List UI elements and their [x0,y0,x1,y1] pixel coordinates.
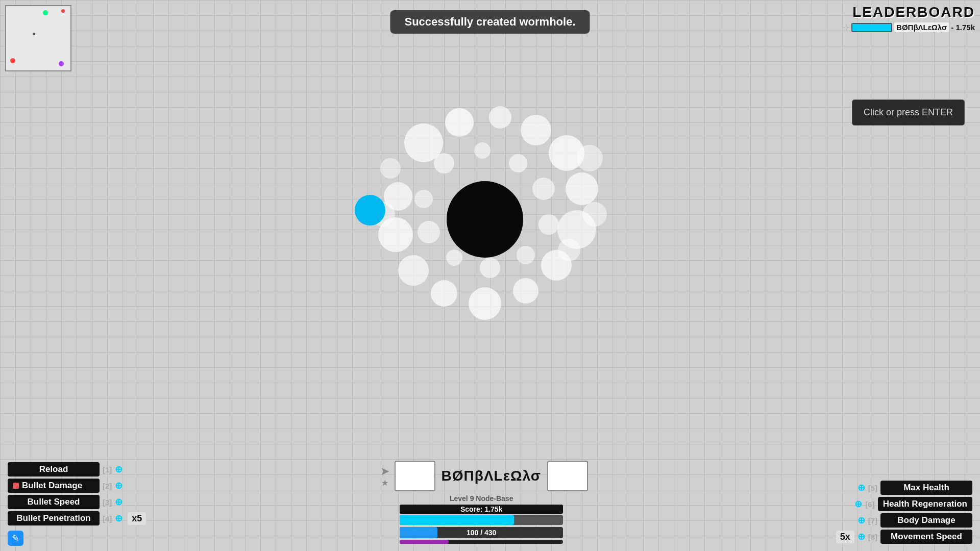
stat-label-bullet-damage: Bullet Damage [8,479,100,493]
stats-left-panel: Reload [1] ⊕ Bullet Damage [2] ⊕ Bullet … [0,462,146,546]
health-bar-text: 100 / 430 [467,529,496,537]
svg-point-24 [576,145,603,171]
enter-prompt-button[interactable]: Click or press ENTER [852,99,965,126]
svg-point-2 [489,106,511,129]
svg-point-1 [445,108,474,137]
stat-label-max-health: Max Health [880,481,972,495]
minimap-dot [10,58,15,63]
leaderboard-panel: LEADERBOARD ⊹ BØΠβΛLεΩλσ - 1.75k [843,4,975,32]
stat-row-bullet-speed: Bullet Speed [3] ⊕ [8,495,146,509]
svg-point-16 [509,154,527,172]
score-bar-label: Score: 1.75k [400,505,563,514]
stat-row-health-regen: ⊕ [6] Health Regeneration [817,497,972,511]
svg-point-5 [566,172,598,205]
stat-row-bullet-pen: Bullet Penetration [4] ⊕ x5 [8,511,146,525]
health-bar-fill [400,527,437,538]
stat-bracket-move-speed: [8] [868,533,877,541]
edit-icon-button[interactable]: ✎ [8,531,23,546]
stat-label-move-speed: Movement Speed [880,530,972,544]
score-bar-fill [400,515,514,525]
svg-point-27 [380,158,401,179]
stat-plus-max-health[interactable]: ⊕ [857,482,865,493]
svg-point-11 [398,255,429,286]
leaderboard-player-name: BØΠβΛLεΩλσ [894,22,949,32]
stat-label-reload: Reload [8,462,100,477]
svg-point-15 [474,142,491,159]
stat-plus-reload[interactable]: ⊕ [115,464,122,475]
stats-right-panel: ⊕ [5] Max Health ⊕ [6] Health Regenerati… [817,481,980,546]
stat-label-health-regen: Health Regeneration [878,497,972,511]
svg-point-25 [582,202,607,227]
stat-plus-bullet-speed[interactable]: ⊕ [115,496,122,508]
nameplate-star-icon: ★ [381,478,388,488]
health-bar-container: 100 / 430 [400,527,563,538]
svg-point-18 [538,214,559,235]
score-bar-container: Score: 1.75k [400,505,563,525]
stat-row-bullet-damage: Bullet Damage [2] ⊕ [8,479,146,493]
svg-point-3 [521,115,551,145]
svg-point-8 [513,278,538,304]
minimap-player-dot [33,33,35,35]
stat-plus-move-speed[interactable]: ⊕ [857,531,865,542]
stat-bracket-bullet-damage: [2] [103,482,112,490]
svg-point-20 [480,258,500,278]
stat-row-move-speed: 5x ⊕ [8] Movement Speed [817,530,972,544]
player-nameplate: ➤ ★ BØΠβΛLεΩλσ [375,461,588,491]
svg-point-10 [431,280,457,307]
notification-banner: Successfully created wormhole. [390,10,590,34]
stat-row-max-health: ⊕ [5] Max Health [817,481,972,495]
center-hud: ➤ ★ BØΠβΛLεΩλσ Level 9 Node-Base Score: … [146,461,817,546]
left-multiplier-badge: x5 [128,512,146,525]
stat-plus-health-regen[interactable]: ⊕ [854,498,862,510]
extra-bar-fill [400,540,449,544]
stat-row-body-damage: ⊕ [7] Body Damage [817,513,972,528]
leaderboard-bar-fill [852,24,891,31]
bullet-damage-color-indicator [13,483,19,489]
stat-bracket-max-health: [5] [868,484,877,492]
black-hole-center [447,181,523,258]
stat-bracket-bullet-speed: [3] [103,498,112,507]
svg-point-17 [532,178,555,200]
stat-bracket-bullet-pen: [4] [103,514,112,523]
stat-bracket-body-damage: [7] [868,516,877,525]
right-multiplier-badge: 5x [836,531,854,543]
stat-bracket-health-regen: [6] [865,500,874,509]
minimap-dot [43,10,48,15]
leaderboard-player-score: - 1.75k [951,23,975,32]
notification-text: Successfully created wormhole. [404,15,575,28]
minimap-dot [61,9,65,13]
health-bar: 100 / 430 [400,527,563,538]
nameplate-icon-left: ➤ ★ [375,465,395,488]
stat-label-bullet-pen: Bullet Penetration [8,511,100,525]
nameplate-box-right [547,461,588,491]
svg-point-26 [558,239,580,261]
nameplate-box-left [395,461,435,491]
leaderboard-entry: ⊹ BØΠβΛLεΩλσ - 1.75k [843,22,975,32]
svg-point-22 [418,221,440,243]
svg-point-14 [434,153,454,173]
svg-point-21 [446,249,462,266]
stat-bracket-reload: [1] [103,465,112,474]
extra-bar [400,540,563,544]
stat-label-body-damage: Body Damage [880,513,972,528]
player-name-display: BØΠβΛLεΩλσ [439,468,543,484]
leaderboard-title: LEADERBOARD [843,4,975,20]
stat-plus-body-damage[interactable]: ⊕ [857,515,865,526]
minimap [5,5,71,71]
stat-row-reload: Reload [1] ⊕ [8,462,146,477]
leaderboard-cursor-icon: ⊹ [843,22,849,32]
enter-prompt-label: Click or press ENTER [864,107,953,117]
svg-point-19 [517,246,535,264]
score-bar [400,515,563,525]
stat-plus-bullet-pen[interactable]: ⊕ [115,513,122,524]
bottom-hud: Reload [1] ⊕ Bullet Damage [2] ⊕ Bullet … [0,461,980,551]
leaderboard-bar [851,23,892,32]
svg-point-9 [469,287,501,320]
player-level-label: Level 9 Node-Base [450,494,513,503]
player-circle [355,195,385,226]
minimap-dot [59,61,64,66]
stat-label-bullet-speed: Bullet Speed [8,495,100,509]
stat-plus-bullet-damage[interactable]: ⊕ [115,480,122,491]
svg-point-23 [414,190,433,208]
nameplate-arrow-icon: ➤ [380,465,389,478]
